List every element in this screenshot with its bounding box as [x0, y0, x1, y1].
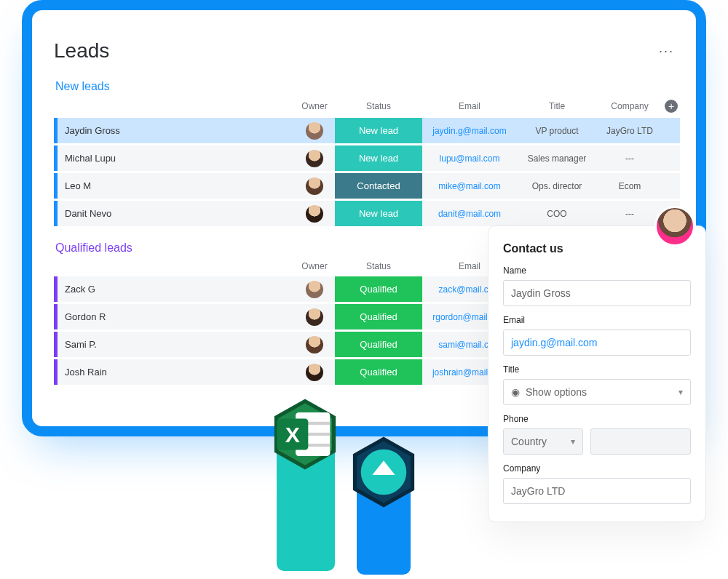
- col-email[interactable]: Email: [422, 100, 517, 116]
- name-field[interactable]: Jaydin Gross: [503, 280, 691, 306]
- col-company[interactable]: Company: [597, 100, 662, 116]
- excel-glyph: X: [274, 399, 336, 470]
- lead-title[interactable]: Sales manager: [517, 145, 597, 171]
- status-cell[interactable]: New lead: [335, 118, 422, 143]
- col-owner[interactable]: Owner: [294, 100, 335, 116]
- svg-text:X: X: [285, 423, 300, 447]
- status-cell[interactable]: Qualified: [335, 276, 422, 302]
- title-select[interactable]: ◉Show options ▾: [503, 379, 691, 405]
- status-cell[interactable]: Qualified: [335, 359, 422, 385]
- avatar-icon: [306, 364, 323, 381]
- avatar-icon: [306, 122, 323, 140]
- lead-email[interactable]: mike@mail.com: [422, 173, 517, 199]
- title-label: Title: [503, 364, 691, 375]
- status-cell[interactable]: Contacted: [335, 173, 422, 199]
- status-cell[interactable]: Qualified: [335, 304, 422, 330]
- table-row[interactable]: Danit Nevo New lead danit@mail.com COO -…: [54, 201, 680, 226]
- name-label: Name: [503, 265, 691, 276]
- excel-integration-icon[interactable]: X: [274, 399, 336, 470]
- status-cell[interactable]: New lead: [335, 201, 422, 226]
- lead-name[interactable]: Leo M: [54, 173, 294, 199]
- table-row[interactable]: Michal Lupu New lead lupu@mail.com Sales…: [54, 145, 680, 171]
- page-header: Leads ···: [54, 39, 674, 63]
- lead-company[interactable]: Ecom: [597, 173, 662, 199]
- lead-company[interactable]: ---: [597, 201, 662, 226]
- avatar-icon: [306, 308, 323, 326]
- owner-avatar[interactable]: [294, 145, 335, 171]
- integration-icon[interactable]: [352, 436, 415, 508]
- contact-card-heading: Contact us: [503, 242, 691, 255]
- col-owner[interactable]: Owner: [294, 261, 335, 274]
- company-field[interactable]: JayGro LTD: [503, 478, 691, 504]
- company-label: Company: [503, 463, 691, 474]
- new-leads-table: Owner Status Email Title Company + Jaydi…: [54, 97, 680, 228]
- integration-glyph: [352, 436, 415, 508]
- lead-email[interactable]: danit@mail.com: [422, 201, 517, 226]
- lead-name[interactable]: Jaydin Gross: [54, 118, 294, 143]
- status-cell[interactable]: New lead: [335, 145, 422, 171]
- lead-name[interactable]: Zack G: [54, 276, 294, 302]
- lead-name[interactable]: Sami P.: [54, 332, 294, 357]
- owner-avatar[interactable]: [294, 173, 335, 199]
- contact-card: Contact us Name Jaydin Gross Email jaydi…: [488, 225, 706, 522]
- page-title: Leads: [54, 39, 109, 63]
- avatar-icon: [306, 336, 323, 354]
- phone-country-select[interactable]: Country ▾: [503, 428, 583, 455]
- lead-email[interactable]: lupu@mail.com: [422, 145, 517, 171]
- table-row[interactable]: Jaydin Gross New lead jaydin.g@mail.com …: [54, 118, 680, 143]
- phone-label: Phone: [503, 414, 691, 424]
- avatar-icon: [306, 150, 323, 167]
- avatar-icon: [306, 177, 323, 195]
- avatar-icon: [306, 281, 323, 298]
- chevron-down-icon: ▾: [678, 387, 683, 397]
- lead-name[interactable]: Josh Rain: [54, 359, 294, 385]
- col-status[interactable]: Status: [335, 100, 422, 116]
- lead-name[interactable]: Gordon R: [54, 304, 294, 330]
- phone-number-field[interactable]: [590, 428, 691, 455]
- owner-avatar[interactable]: [294, 332, 335, 357]
- owner-avatar[interactable]: [294, 304, 335, 330]
- email-label: Email: [503, 315, 691, 325]
- email-field[interactable]: jaydin.g@mail.com: [503, 330, 691, 356]
- owner-avatar[interactable]: [294, 359, 335, 385]
- avatar-icon: [306, 205, 323, 223]
- lead-name[interactable]: Danit Nevo: [54, 201, 294, 226]
- table-row[interactable]: Leo M Contacted mike@mail.com Ops. direc…: [54, 173, 680, 199]
- lead-title[interactable]: COO: [517, 201, 597, 226]
- group-title-new-leads[interactable]: New leads: [55, 80, 674, 93]
- lead-title[interactable]: Ops. director: [517, 173, 597, 199]
- col-status[interactable]: Status: [335, 261, 422, 274]
- add-column-button[interactable]: +: [665, 100, 678, 113]
- lead-company[interactable]: ---: [597, 145, 662, 171]
- owner-avatar[interactable]: [294, 201, 335, 226]
- owner-avatar[interactable]: [294, 276, 335, 302]
- more-menu-button[interactable]: ···: [659, 44, 674, 59]
- lead-company[interactable]: JayGro LTD: [597, 118, 662, 143]
- window-controls: [42, 16, 66, 21]
- col-title[interactable]: Title: [517, 100, 597, 116]
- eye-icon: ◉: [511, 386, 520, 398]
- lead-title[interactable]: VP product: [517, 118, 597, 143]
- status-cell[interactable]: Qualified: [335, 332, 422, 357]
- lead-email[interactable]: jaydin.g@mail.com: [422, 118, 517, 143]
- chevron-down-icon: ▾: [571, 436, 575, 447]
- contact-avatar: [654, 206, 695, 247]
- owner-avatar[interactable]: [294, 118, 335, 143]
- lead-name[interactable]: Michal Lupu: [54, 145, 294, 171]
